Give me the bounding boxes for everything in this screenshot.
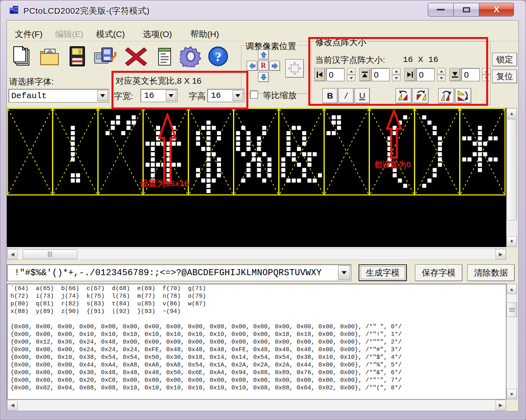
scrollbar-track[interactable] <box>507 221 516 234</box>
margin-right-spinner[interactable] <box>437 68 446 81</box>
scale-checkbox[interactable] <box>250 91 258 99</box>
margin-bottom-spinner[interactable] <box>482 68 491 81</box>
italic-button[interactable]: / <box>338 88 354 103</box>
output-text: `(64) a(65) b(66) c(67) d(68) e(69) f(70… <box>7 284 506 392</box>
margin-right-icon-button[interactable] <box>404 68 415 81</box>
push-right-icon <box>406 71 413 78</box>
matrix-current-label: 当前汉字点阵大小: <box>315 54 385 66</box>
move-up-button[interactable] <box>258 49 269 60</box>
spinner-up-button[interactable] <box>347 68 355 74</box>
scroll-right-button[interactable]: ▶ <box>495 249 506 259</box>
minimize-button[interactable] <box>428 3 454 16</box>
menu-help[interactable]: 帮助(H) <box>190 29 219 40</box>
save-font-button[interactable]: 保存字模 <box>415 264 462 281</box>
rotate-right-button[interactable] <box>413 88 429 103</box>
settings-icon[interactable] <box>179 45 202 68</box>
margin-top-input[interactable]: 0 <box>371 68 390 81</box>
margin-top-icon-button[interactable] <box>359 68 370 81</box>
spinner-up-button[interactable] <box>437 68 446 74</box>
titlebar[interactable]: PCtoLCD2002完美版-(字符模式) X <box>0 0 526 20</box>
client-area: 文件(F) 编辑(E) 模式(C) 选项(O) 帮助(H) <box>6 20 519 412</box>
spinner-down-icon <box>395 77 398 79</box>
spinner-down-button[interactable] <box>347 75 355 81</box>
lcd-canvas[interactable] <box>7 108 505 246</box>
output-vertical-scrollbar[interactable]: ▲ ▼ <box>506 284 517 399</box>
spinner-up-button[interactable] <box>482 68 491 74</box>
scroll-right-button[interactable]: ▶ <box>495 400 506 410</box>
bold-button[interactable]: B <box>322 88 338 103</box>
margin-bottom-icon-button[interactable] <box>450 68 460 81</box>
flip-vertical-button[interactable] <box>438 88 454 103</box>
spinner-down-button[interactable] <box>482 75 491 81</box>
font-select-combobox[interactable]: Default <box>8 89 109 103</box>
margin-top-spinner[interactable] <box>392 68 400 81</box>
font-select-dropdown-button[interactable] <box>97 90 108 101</box>
spinner-down-icon <box>440 77 443 79</box>
delete-icon[interactable] <box>124 45 148 68</box>
open-file-icon[interactable] <box>38 45 62 68</box>
save-icon[interactable] <box>66 45 89 68</box>
close-icon: X <box>493 4 499 15</box>
maximize-button[interactable] <box>454 3 479 16</box>
move-down-button[interactable] <box>258 72 269 82</box>
move-left-button[interactable] <box>247 61 258 71</box>
minimize-icon <box>437 9 445 10</box>
scroll-up-button[interactable]: ▲ <box>507 108 517 119</box>
spinner-up-button[interactable] <box>392 68 400 74</box>
scroll-up-icon: ▲ <box>509 286 514 292</box>
lcd-vertical-scrollbar[interactable]: ▲ ▼ <box>506 108 517 247</box>
menu-options[interactable]: 选项(O) <box>143 29 172 40</box>
scrollbar-thumb[interactable] <box>507 303 517 317</box>
report-icon[interactable] <box>153 45 176 68</box>
scroll-left-button[interactable]: ◀ <box>7 400 18 410</box>
clear-data-button[interactable]: 清除数据 <box>467 264 515 281</box>
scrollbar-thumb[interactable] <box>23 249 77 259</box>
char-width-dropdown-button[interactable] <box>166 90 176 101</box>
new-file-icon[interactable] <box>10 45 33 68</box>
generate-button[interactable]: 生成字模 <box>359 264 407 281</box>
scroll-down-button[interactable]: ▼ <box>507 389 517 399</box>
rotate-left-button[interactable] <box>396 88 412 103</box>
menu-file[interactable]: 文件(F) <box>15 29 43 40</box>
pixel-reset-label: R <box>261 62 266 70</box>
char-select-combobox[interactable]: !"#$%&'()*+,-./0123456789:;<=>?@ABCDEFGH… <box>7 264 351 281</box>
lcd-horizontal-scrollbar[interactable]: ◀ ▶ <box>7 249 506 260</box>
move-right-button[interactable] <box>269 61 280 71</box>
margin-bottom-input[interactable]: 0 <box>461 68 480 81</box>
chevron-down-icon <box>342 271 347 274</box>
save-as-icon[interactable] <box>94 45 117 68</box>
margin-left-spinner[interactable] <box>347 68 355 81</box>
char-select-value: !"#$%&'()*+,-./0123456789:;<=>?@ABCDEFGH… <box>7 268 322 278</box>
pixel-reset-button[interactable]: R <box>258 61 269 71</box>
scrollbar-thumb[interactable] <box>507 119 517 220</box>
reset-button[interactable]: 复位 <box>492 70 517 83</box>
flip-horizontal-button[interactable] <box>455 88 471 103</box>
center-fit-button[interactable] <box>285 59 304 78</box>
flip-vertical-icon <box>440 90 452 101</box>
push-left-icon <box>316 71 323 78</box>
char-select-dropdown-button[interactable] <box>338 266 350 280</box>
close-button[interactable]: X <box>479 3 514 16</box>
chevron-down-icon <box>100 94 105 97</box>
margin-left-input[interactable]: 0 <box>326 68 344 81</box>
menu-edit[interactable]: 编辑(E) <box>55 29 83 40</box>
lock-button[interactable]: 锁定 <box>492 53 517 66</box>
underline-button[interactable]: U <box>355 88 370 103</box>
rotate-right-icon <box>415 91 427 101</box>
scroll-up-button[interactable]: ▲ <box>507 284 517 294</box>
output-area[interactable]: `(64) a(65) b(66) c(67) d(68) e(69) f(70… <box>7 284 506 399</box>
char-height-combobox[interactable]: 16 <box>207 89 244 102</box>
menu-mode[interactable]: 模式(C) <box>96 29 125 40</box>
spinner-down-button[interactable] <box>437 75 446 81</box>
margin-left-icon-button[interactable] <box>314 68 325 81</box>
char-height-label: 字高 <box>189 91 206 102</box>
matrix-size-title: 修改点阵大小 <box>314 37 368 48</box>
margin-right-input[interactable]: 0 <box>416 68 435 81</box>
char-width-combobox[interactable]: 16 <box>140 89 177 102</box>
scroll-left-icon: ◀ <box>10 251 14 257</box>
help-icon[interactable]: ? <box>206 45 230 68</box>
output-horizontal-scrollbar[interactable]: ◀ ▶ <box>7 399 506 411</box>
scroll-down-button[interactable]: ▼ <box>507 236 517 247</box>
scroll-left-button[interactable]: ◀ <box>7 249 18 259</box>
spinner-down-button[interactable] <box>392 75 400 81</box>
